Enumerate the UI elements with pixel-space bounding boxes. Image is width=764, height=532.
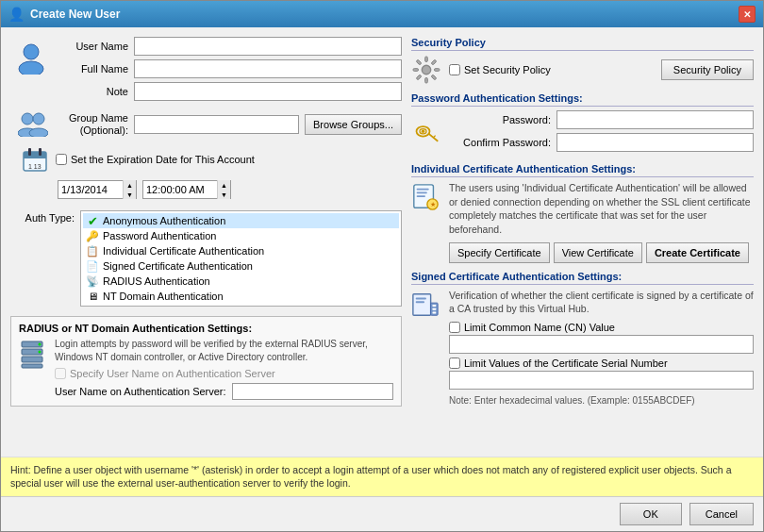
auth-type-dropdown[interactable]: ✔ Anonymous Authentication 🔑 Password Au… — [80, 210, 402, 307]
limit-cn-label: Limit Common Name (CN) Value — [464, 322, 615, 333]
limit-serial-checkbox[interactable] — [449, 357, 460, 369]
svg-rect-41 — [433, 305, 437, 307]
limit-serial-label: Limit Values of the Certificate Serial N… — [464, 357, 668, 369]
limit-cn-checkbox[interactable] — [449, 322, 460, 333]
date-up-button[interactable]: ▲ — [124, 180, 136, 190]
auth-individual-cert-label: Individual Certificate Authentication — [103, 245, 264, 257]
security-policy-button[interactable]: Security Policy — [661, 59, 754, 80]
radius-uname-row: User Name on Authentication Server: — [55, 383, 393, 400]
set-security-checkbox[interactable] — [449, 64, 460, 75]
auth-signed-cert[interactable]: 📄 Signed Certificate Authentication — [83, 258, 399, 274]
limit-cn-row: Limit Common Name (CN) Value — [449, 322, 754, 333]
radius-icon: 📡 — [86, 274, 99, 288]
nt-domain-icon: 🖥 — [86, 290, 99, 303]
gear-icon — [411, 55, 441, 85]
date-input[interactable] — [58, 181, 123, 198]
svg-rect-32 — [417, 189, 429, 191]
auth-signed-cert-label: Signed Certificate Authentication — [103, 260, 253, 272]
radius-specify-checkbox[interactable] — [55, 368, 66, 379]
auth-type-section: Auth Type: ✔ Anonymous Authentication 🔑 … — [10, 210, 402, 307]
fullname-label: Full Name — [58, 63, 128, 75]
svg-rect-18 — [425, 57, 428, 62]
fullname-input[interactable] — [134, 59, 402, 78]
svg-point-0 — [24, 44, 39, 59]
svg-rect-33 — [417, 191, 427, 193]
svg-rect-39 — [416, 297, 426, 299]
date-input-wrap: ▲ ▼ — [58, 180, 137, 199]
radius-desc: Login attempts by password will be verif… — [55, 338, 393, 364]
view-certificate-button[interactable]: View Certificate — [554, 242, 642, 263]
svg-rect-40 — [416, 301, 424, 303]
individual-cert-icon: 📋 — [86, 244, 99, 258]
radius-uname-label: User Name on Authentication Server: — [55, 386, 226, 397]
svg-rect-42 — [433, 308, 437, 310]
confirm-password-input[interactable] — [556, 133, 754, 152]
close-button[interactable]: ✕ — [739, 6, 756, 23]
time-down-button[interactable]: ▼ — [218, 190, 230, 199]
group-label: Group Name (Optional): — [58, 112, 128, 137]
svg-point-1 — [19, 61, 43, 75]
svg-rect-19 — [431, 59, 437, 65]
limit-serial-row: Limit Values of the Certificate Serial N… — [449, 357, 754, 369]
left-panel: User Name Full Name Note — [10, 37, 402, 447]
radius-uname-input[interactable] — [232, 383, 393, 400]
svg-rect-24 — [413, 69, 419, 72]
signed-cert-section: Signed Certificate Authentication Settin… — [411, 271, 754, 406]
note-hex-text: Note: Enter hexadecimal values. (Example… — [449, 395, 754, 406]
password-fields: Password: Confirm Password: — [411, 110, 754, 156]
svg-point-16 — [39, 351, 42, 354]
auth-type-label: Auth Type: — [18, 210, 75, 224]
time-up-button[interactable]: ▲ — [218, 180, 230, 190]
date-spinner: ▲ ▼ — [123, 180, 136, 199]
auth-anonymous[interactable]: ✔ Anonymous Authentication — [83, 213, 399, 228]
radius-text-block: Login attempts by password will be verif… — [55, 338, 393, 400]
svg-line-29 — [433, 136, 436, 139]
radius-box: RADIUS or NT Domain Authentication Setti… — [10, 316, 402, 407]
time-input-wrap: ▲ ▼ — [142, 180, 231, 199]
svg-rect-25 — [416, 59, 422, 65]
fullname-row: Full Name — [58, 59, 402, 78]
cancel-button[interactable]: Cancel — [689, 503, 754, 525]
auth-nt-domain[interactable]: 🖥 NT Domain Authentication — [83, 289, 399, 304]
group-icon — [18, 110, 52, 139]
main-content: User Name Full Name Note — [1, 27, 763, 457]
password-row: Password: — [447, 110, 754, 129]
radius-content-row: Login attempts by password will be verif… — [19, 338, 393, 400]
note-input[interactable] — [134, 82, 402, 101]
username-row: User Name — [58, 37, 402, 56]
user-fields-block: User Name Full Name Note — [58, 37, 402, 101]
group-row: Group Name (Optional): Browse Groups... — [10, 110, 402, 139]
time-input[interactable] — [143, 181, 217, 198]
create-certificate-button[interactable]: Create Certificate — [646, 242, 749, 263]
limit-cn-input[interactable] — [449, 335, 754, 354]
individual-cert-title: Individual Certificate Authentication Se… — [411, 163, 754, 177]
svg-rect-7 — [24, 152, 46, 158]
username-input[interactable] — [134, 37, 402, 56]
window-title: Create New User — [30, 8, 120, 21]
server-icon — [19, 338, 49, 370]
auth-password[interactable]: 🔑 Password Authentication — [83, 228, 399, 243]
svg-rect-14 — [22, 364, 42, 368]
ok-button[interactable]: OK — [620, 503, 682, 525]
auth-nt-domain-label: NT Domain Authentication — [103, 291, 224, 302]
limit-serial-input[interactable] — [449, 371, 754, 390]
svg-rect-13 — [22, 357, 42, 362]
set-security-check: Set Security Policy — [449, 64, 654, 75]
auth-individual-cert[interactable]: 📋 Individual Certificate Authentication — [83, 243, 399, 258]
time-spinner: ▲ ▼ — [217, 180, 230, 199]
password-input[interactable] — [556, 110, 754, 129]
auth-radius-label: RADIUS Authentication — [103, 275, 210, 287]
check-green-icon: ✔ — [86, 214, 99, 227]
bottom-bar: OK Cancel — [1, 496, 763, 531]
group-name-input[interactable] — [134, 115, 299, 134]
individual-cert-desc: The users using 'Individual Certificate … — [449, 181, 754, 237]
expiry-checkbox[interactable] — [56, 154, 67, 165]
auth-radius[interactable]: 📡 RADIUS Authentication — [83, 274, 399, 289]
svg-point-5 — [29, 128, 48, 137]
hint-bar: Hint: Define a user object with username… — [1, 457, 763, 496]
specify-certificate-button[interactable]: Specify Certificate — [449, 242, 550, 263]
individual-cert-section: Individual Certificate Authentication Se… — [411, 163, 754, 263]
browse-groups-button[interactable]: Browse Groups... — [305, 114, 402, 135]
key-icon: 🔑 — [86, 229, 99, 242]
date-down-button[interactable]: ▼ — [124, 190, 136, 199]
